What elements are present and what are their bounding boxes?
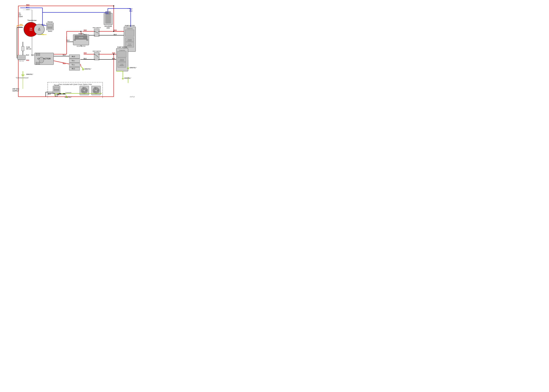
transformer-label: Transformer (28, 20, 37, 21)
svg-point-109 (86, 39, 88, 41)
svg-rect-127 (94, 52, 99, 60)
svg-point-94 (39, 57, 44, 63)
svg-text:SOLENOID: SOLENOID (104, 26, 112, 27)
common-ground-label: *Common Ground (16, 77, 28, 79)
svg-text:Protector: Protector (120, 60, 124, 61)
svg-text:Breakers: Breakers (120, 65, 124, 66)
svg-text:Breakers: Breakers (127, 45, 132, 46)
svg-text:BLK: BLK (55, 95, 58, 97)
svg-text:Circuit: Circuit (120, 64, 123, 65)
svg-rect-90 (36, 53, 37, 56)
red-label-top: RED (26, 4, 29, 6)
svg-text:BLK: BLK (26, 54, 29, 56)
svg-text:BLK: BLK (31, 54, 34, 56)
svg-point-123 (94, 35, 95, 36)
svg-text:GRN/YEL*: GRN/YEL* (124, 77, 131, 79)
svg-text:Connector: Connector (65, 92, 71, 93)
svg-text:GRN/YEL*: GRN/YEL* (129, 67, 137, 69)
svg-text:(Capacitor): (Capacitor) (127, 28, 133, 29)
svg-point-126 (99, 35, 99, 36)
svg-text:RED: RED (112, 52, 115, 54)
svg-point-243 (113, 31, 114, 32)
to-24v-light-label: TO (19, 12, 21, 14)
svg-text:GRN/YEL*: GRN/YEL* (65, 96, 72, 98)
supply-label: 230 VAC (12, 88, 19, 90)
svg-text:Thermal: Thermal (54, 84, 59, 86)
svg-text:SPDT SWITCH: SPDT SWITCH (93, 50, 101, 52)
wiring-diagram: 230 VAC 24 VAC Transformer Thermal Switc… (0, 0, 137, 98)
svg-rect-91 (38, 53, 40, 56)
svg-text:VAC: VAC (29, 29, 32, 31)
svg-point-225 (63, 93, 65, 94)
svg-text:BLK: BLK (19, 26, 22, 28)
svg-text:BLK: BLK (114, 34, 117, 35)
svg-line-26 (80, 64, 81, 67)
svg-text:HOURS: HOURS (78, 33, 84, 35)
svg-text:BLK: BLK (67, 39, 70, 41)
svg-text:24V: 24V (19, 14, 21, 16)
svg-text:BLK: BLK (84, 34, 87, 35)
svg-point-244 (113, 54, 114, 55)
svg-text:⊘: ⊘ (74, 60, 75, 62)
svg-text:GRN/YEL*: GRN/YEL* (84, 68, 91, 70)
svg-text:YEL: YEL (42, 34, 44, 35)
svg-point-133 (99, 59, 99, 60)
svg-text:Circuit: Circuit (128, 43, 131, 45)
fans-label: Fans Included with Quiet Cover Option On… (59, 83, 92, 85)
svg-text:T1: T1 (72, 64, 74, 66)
svg-text:BLK: BLK (63, 54, 66, 56)
svg-rect-76 (21, 46, 24, 51)
svg-text:GRN/YEL*: GRN/YEL* (26, 74, 33, 75)
svg-line-24 (54, 61, 69, 64)
svg-point-241 (113, 5, 114, 7)
svg-rect-117 (106, 12, 111, 14)
svg-rect-93 (38, 62, 40, 64)
svg-text:Thermal: Thermal (120, 59, 124, 60)
svg-text:BLK: BLK (84, 58, 87, 59)
svg-text:230V: 230V (106, 27, 110, 29)
svg-text:RED: RED (114, 29, 117, 31)
svg-text:Thermal: Thermal (128, 39, 132, 40)
svg-rect-148 (117, 51, 126, 57)
svg-text:PUMP MOTOR: PUMP MOTOR (117, 46, 127, 48)
svg-line-52 (81, 67, 84, 69)
svg-text:000000: 000000 (79, 37, 83, 38)
fuse-label: FUSE (26, 46, 30, 48)
svg-point-125 (99, 31, 99, 32)
svg-text:RED: RED (84, 29, 87, 31)
svg-text:ORN: ORN (19, 24, 23, 25)
svg-text:PUMP MOTOR: PUMP MOTOR (125, 25, 135, 26)
svg-point-224 (59, 93, 61, 94)
svg-text:⊘L2: ⊘L2 (72, 56, 75, 57)
svg-text:Protector: Protector (127, 40, 132, 41)
blu-label-top: BLU (26, 7, 29, 8)
svg-text:⊘: ⊘ (74, 64, 75, 66)
svg-text:TERM BLOCK: TERM BLOCK (18, 59, 25, 60)
svg-point-132 (99, 54, 99, 55)
svg-text:230: 230 (30, 28, 32, 29)
svg-text:BLK: BLK (112, 58, 115, 59)
svg-text:RED: RED (26, 59, 29, 61)
svg-text:BLK: BLK (48, 93, 51, 95)
svg-rect-152 (118, 62, 126, 67)
svg-text:VAC: VAC (38, 29, 41, 31)
svg-text:LIGHT: LIGHT (19, 16, 23, 17)
svg-text:RED: RED (84, 52, 87, 54)
wht-label-top: WHT (26, 9, 30, 11)
svg-text:⊘L1: ⊘L1 (72, 68, 75, 70)
svg-text:24: 24 (38, 28, 40, 29)
svg-text:600V 30A: 600V 30A (19, 61, 24, 62)
svg-text:Switch: Switch (48, 31, 52, 32)
svg-rect-92 (36, 62, 37, 64)
svg-point-130 (94, 59, 95, 60)
svg-point-108 (74, 39, 76, 41)
watermark: ArtFull (129, 96, 135, 98)
svg-point-242 (80, 31, 82, 32)
svg-text:T2: T2 (72, 60, 74, 62)
svg-rect-204 (54, 90, 59, 91)
svg-text:BLU: BLU (42, 24, 45, 25)
svg-text:RED: RED (63, 63, 66, 64)
svg-text:SUPPLY: SUPPLY (12, 90, 19, 92)
svg-text:Thermal: Thermal (48, 21, 53, 23)
svg-text:HOUR   METER: HOUR METER (77, 46, 85, 47)
